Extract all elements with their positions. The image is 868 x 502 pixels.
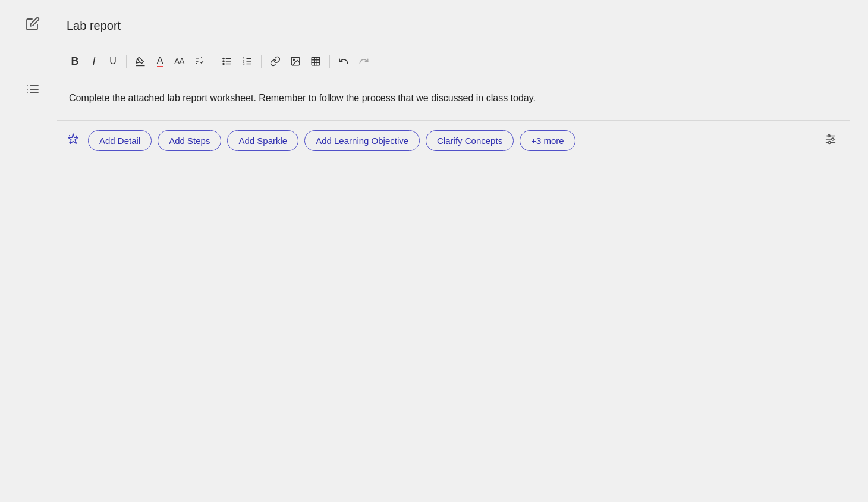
bottom-toolbar: Add Detail Add Steps Add Sparkle Add Lea… (57, 120, 850, 161)
bullet-list-button[interactable] (218, 53, 236, 70)
list-icon[interactable] (26, 82, 40, 99)
italic-button[interactable]: I (86, 53, 102, 70)
add-learning-objective-button[interactable]: Add Learning Objective (304, 130, 420, 151)
more-button[interactable]: +3 more (520, 130, 575, 151)
svg-point-29 (828, 134, 830, 137)
svg-point-11 (223, 61, 224, 62)
formatting-toolbar: B I U A AA (57, 47, 850, 76)
svg-point-30 (832, 138, 834, 140)
divider-3 (261, 55, 262, 68)
link-button[interactable] (266, 53, 284, 70)
svg-point-12 (223, 63, 224, 64)
underline-button[interactable]: U (105, 53, 121, 70)
image-button[interactable] (287, 53, 304, 70)
svg-point-10 (223, 58, 224, 59)
page-container: B I U A AA (0, 0, 868, 502)
editor-content: Complete the attached lab report workshe… (69, 90, 604, 106)
svg-rect-21 (312, 57, 320, 65)
title-bar (57, 12, 850, 40)
add-sparkle-button[interactable]: Add Sparkle (227, 130, 298, 151)
editor-body[interactable]: Complete the attached lab report workshe… (57, 76, 850, 120)
divider-4 (329, 55, 330, 68)
add-steps-button[interactable]: Add Steps (158, 130, 221, 151)
svg-point-20 (293, 59, 294, 60)
bold-button[interactable]: B (67, 53, 83, 70)
text-color-button[interactable]: A (152, 53, 168, 70)
title-input[interactable] (67, 19, 841, 33)
sparkle-icon (67, 133, 80, 149)
spell-check-button[interactable] (190, 53, 208, 70)
editor-container: B I U A AA (57, 47, 850, 161)
numbered-list-button[interactable]: 1 2 3 (238, 53, 256, 70)
table-button[interactable] (307, 53, 325, 70)
pencil-icon[interactable] (26, 17, 40, 34)
clarify-concepts-button[interactable]: Clarify Concepts (426, 130, 514, 151)
divider-2 (213, 55, 213, 68)
filter-icon[interactable] (820, 129, 841, 152)
divider-1 (126, 55, 127, 68)
main-area: B I U A AA (57, 12, 850, 161)
undo-button[interactable] (335, 53, 353, 70)
font-size-button[interactable]: AA (171, 53, 188, 70)
redo-button[interactable] (355, 53, 373, 70)
highlight-button[interactable] (131, 53, 149, 70)
left-sidebar (18, 12, 48, 99)
svg-text:3: 3 (243, 62, 244, 65)
svg-point-31 (828, 141, 831, 143)
add-detail-button[interactable]: Add Detail (88, 130, 152, 151)
